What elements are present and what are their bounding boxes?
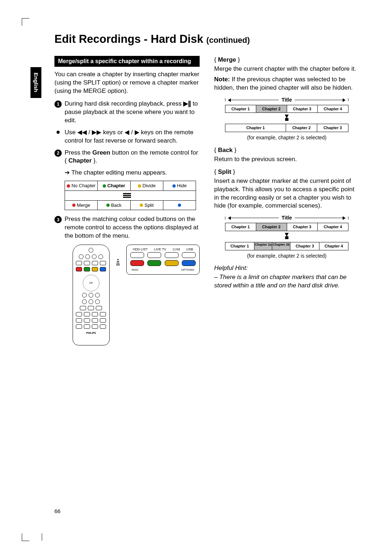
intro-paragraph: You can create a chapter by inserting ch… (54, 70, 200, 95)
step-number-icon: 2 (54, 149, 62, 157)
dpad-icon (83, 275, 99, 291)
split-diagram: Title Chapter 1 Chapter 2 Chapter 3 Chap… (225, 214, 348, 250)
right-arrow-icon: ▶ (135, 129, 139, 136)
blue-dot-icon (172, 184, 176, 188)
blue-dot-icon (178, 204, 181, 207)
split-text: Insert a new chapter marker at the curre… (214, 177, 359, 210)
page-number: 66 (54, 508, 61, 514)
osd-chapter-menu: No Chapter Chapter Divide Hide Merge Bac… (65, 181, 196, 210)
crop-mark (22, 18, 29, 26)
merge-text: Merge the current chapter with the chapt… (214, 65, 359, 73)
down-arrow-icon: ▼▀ (225, 114, 348, 122)
split-heading: { Split } (214, 168, 359, 176)
crop-mark (42, 533, 42, 541)
right-column: { Merge } Merge the current chapter with… (214, 56, 359, 345)
language-label: English (33, 73, 39, 92)
green-dot-icon (106, 204, 110, 207)
page-content: English Edit Recordings - Hard Disk (con… (29, 33, 363, 345)
play-pause-icon: ▶ǁ (183, 100, 191, 107)
yellow-dot-icon (138, 184, 141, 188)
step-2: 2 Press the Green button on the remote c… (54, 149, 200, 165)
fast-forward-icon: ▶▶ (92, 129, 101, 136)
section-heading: Merge/split a specific chapter within a … (54, 56, 200, 67)
remote-figure: PHILIPS HDD LIST LIVE TV CAM USB DISC (73, 245, 200, 345)
green-dot-icon (103, 184, 106, 188)
back-heading: { Back } (214, 146, 359, 155)
result-arrow-icon: ➔ (65, 169, 70, 176)
red-dot-icon (67, 184, 70, 188)
helpful-hint-text: – There is a limit on chapter markers th… (214, 273, 359, 290)
menu-icon (123, 193, 131, 198)
step-3: 3 Press the matching colour coded button… (54, 215, 200, 240)
red-dot-icon (72, 204, 75, 207)
fast-rewind-icon: ◀◀ (77, 129, 87, 136)
back-text: Return to the previous screen. (214, 155, 359, 164)
yellow-dot-icon (140, 204, 143, 207)
bullet-search-keys: ● Use ◀◀ / ▶▶ keys or ◀ / ▶ keys on the … (54, 128, 200, 145)
crop-mark (22, 533, 29, 541)
language-tab: English (30, 67, 41, 98)
helpful-hint-label: Helpful Hint: (214, 264, 359, 273)
step-1: 1 During hard disk recording playback, p… (54, 100, 200, 125)
remote-zoom-panel: HDD LIST LIVE TV CAM USB DISC OPTIONS (126, 245, 200, 275)
page-title: Edit Recordings - Hard Disk (continued) (54, 33, 363, 46)
step-number-icon: 1 (54, 101, 62, 108)
left-arrow-icon: ◀ (124, 129, 129, 136)
remote-control-icon: PHILIPS (73, 245, 110, 345)
left-column: Merge/split a specific chapter within a … (54, 56, 200, 345)
step-number-icon: 3 (54, 216, 62, 223)
bullet-icon: ● (54, 128, 62, 136)
diagram-caption: (for example, chapter 2 is selected) (214, 134, 359, 141)
merge-diagram: Title Chapter 1 Chapter 2 Chapter 3 Chap… (225, 97, 348, 132)
down-arrow-icon: ▼▀ (225, 233, 348, 241)
step-result: ➔ The chapter editing menu appears. (65, 169, 200, 177)
callout-lines-icon (116, 259, 120, 265)
merge-note: Note: If the previous chapter was select… (214, 75, 359, 92)
diagram-caption: (for example, chapter 2 is selected) (214, 253, 359, 259)
merge-heading: { Merge } (214, 56, 359, 64)
